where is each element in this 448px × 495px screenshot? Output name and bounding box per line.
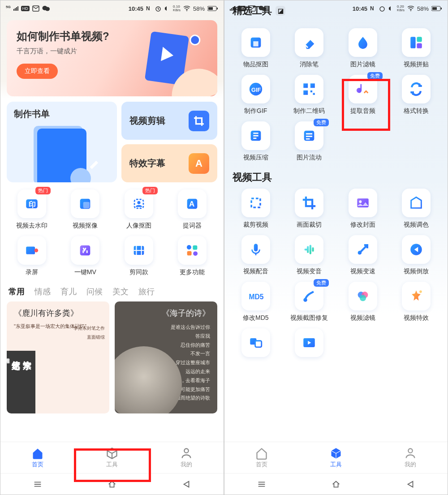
card-fx-subtitle[interactable]: 特效字幕 A bbox=[121, 144, 217, 182]
tool-drop[interactable]: 图片滤镜 bbox=[338, 28, 388, 69]
gif-icon: GIF bbox=[241, 75, 270, 103]
svg-rect-46 bbox=[313, 93, 315, 95]
pencil-icon bbox=[88, 158, 101, 171]
tool-trim[interactable]: 裁剪视频 bbox=[231, 189, 281, 229]
tool-crop[interactable]: 画面裁切 bbox=[284, 189, 335, 229]
battery-pct: 58% bbox=[193, 5, 205, 12]
tool-md5[interactable]: MD5修改MD5 bbox=[231, 282, 281, 322]
tool-cutout[interactable]: 视频抠像 bbox=[60, 189, 111, 230]
tool-label: 视频抠像 bbox=[73, 222, 98, 230]
tool-label: 画面裁切 bbox=[297, 221, 322, 229]
tool-flow[interactable]: 免费图片流动 bbox=[284, 121, 335, 162]
tool-mv[interactable]: 一键MV bbox=[60, 236, 111, 276]
nfc-icon: N bbox=[146, 5, 152, 12]
tool-compress[interactable]: 视频压缩 bbox=[231, 121, 281, 162]
tab-4[interactable]: 美文 bbox=[112, 286, 129, 297]
home-icon bbox=[31, 447, 44, 460]
tool-grid: 印热门视频去水印视频抠像热门人像抠图A提词器录屏一键MV剪同款更多功能 bbox=[7, 189, 217, 276]
nav-tools[interactable]: 工具 bbox=[299, 442, 373, 473]
cover-icon bbox=[349, 189, 377, 217]
content-card-poem[interactable]: 《海子的诗》 是谁这么告诉过你答应我忍住你的痛苦不发一言穿过这整座城市远远的走来… bbox=[115, 301, 217, 413]
cube-icon bbox=[330, 447, 342, 460]
svg-text:N: N bbox=[146, 5, 150, 12]
card-video-edit[interactable]: 视频剪辑 bbox=[121, 102, 217, 140]
nav-tools[interactable]: 工具 bbox=[75, 442, 149, 473]
tool-prompter[interactable]: A提词器 bbox=[168, 189, 218, 230]
svg-point-2 bbox=[45, 7, 50, 11]
record-icon bbox=[17, 236, 46, 265]
card-meta: 李沧东封笔之作 直面错综 bbox=[73, 324, 105, 342]
svg-rect-45 bbox=[310, 90, 312, 92]
speed-icon bbox=[349, 235, 377, 264]
tool-tint[interactable]: 视频调色 bbox=[392, 189, 442, 229]
tool-collage[interactable]: 视频拼贴 bbox=[392, 28, 442, 69]
tool-mic[interactable]: 视频配音 bbox=[231, 235, 281, 275]
nav-home[interactable]: 首页 bbox=[0, 442, 75, 473]
tool-cover[interactable]: 修改封面 bbox=[338, 189, 388, 229]
tool-convert[interactable]: 格式转换 bbox=[392, 75, 442, 115]
bottom-nav: 首页 工具 我的 bbox=[224, 442, 448, 473]
tool-label: 一键MV bbox=[74, 268, 96, 276]
bottom-nav: 首页 工具 我的 bbox=[0, 442, 224, 473]
tool-film[interactable]: 剪同款 bbox=[114, 236, 164, 276]
banner-cta[interactable]: 立即查看 bbox=[17, 64, 58, 79]
category-tabs: 常用情感育儿问候美文旅行 bbox=[9, 286, 215, 297]
nav-home[interactable]: 首页 bbox=[224, 442, 299, 473]
page-title-featured: 精选工具 ◪ bbox=[233, 4, 285, 17]
tool-qr[interactable]: 制作二维码 bbox=[284, 75, 335, 115]
tool-audio[interactable]: 免费提取音频 bbox=[338, 75, 388, 115]
back-icon[interactable] bbox=[181, 479, 192, 489]
tool-speed[interactable]: 视频变速 bbox=[338, 235, 388, 275]
tab-0[interactable]: 常用 bbox=[9, 286, 25, 297]
audio-icon: 免费 bbox=[349, 75, 377, 103]
content-card-book[interactable]: 《鹿川有许多粪》 "东亚叙事是一场宏大的集体记忆" 李沧东封笔之作 直面错综 李… bbox=[7, 301, 109, 413]
mv-icon bbox=[71, 236, 99, 265]
home-sys-icon[interactable] bbox=[106, 479, 118, 489]
tool-portrait[interactable]: 热门人像抠图 bbox=[114, 189, 164, 230]
tool-reverse[interactable]: 视频倒放 bbox=[392, 235, 442, 275]
svg-rect-52 bbox=[254, 244, 258, 251]
card-title: 《海子的诗》 bbox=[122, 308, 210, 319]
tool-voice[interactable]: 视频变音 bbox=[284, 235, 335, 275]
wifi-icon bbox=[183, 6, 190, 11]
voice-icon bbox=[295, 235, 323, 264]
svg-text:印: 印 bbox=[29, 201, 36, 208]
tool-watermark[interactable]: 印热门视频去水印 bbox=[7, 189, 57, 230]
home-sys-icon[interactable] bbox=[330, 479, 342, 489]
svg-rect-23 bbox=[187, 251, 192, 255]
tab-1[interactable]: 情感 bbox=[34, 286, 51, 297]
tool-vfx[interactable]: 视频特效 bbox=[392, 282, 442, 322]
svg-rect-34 bbox=[441, 8, 442, 9]
tool-box[interactable]: 物品抠图 bbox=[231, 28, 281, 69]
nav-mine[interactable]: 我的 bbox=[373, 442, 448, 473]
tab-5[interactable]: 旅行 bbox=[138, 286, 155, 297]
banner[interactable]: 如何制作书单视频? 千言万语，一键成片 立即查看 bbox=[7, 20, 217, 96]
tool-eraser[interactable]: 消除笔 bbox=[284, 28, 335, 69]
play2-icon bbox=[295, 328, 323, 357]
tool-vfilter[interactable]: 视频滤镜 bbox=[338, 282, 388, 322]
collage-icon bbox=[402, 28, 431, 57]
tab-3[interactable]: 问候 bbox=[86, 286, 103, 297]
tool-swap[interactable] bbox=[231, 328, 281, 361]
tool-gif[interactable]: GIF制作GIF bbox=[231, 75, 281, 115]
tool-more[interactable]: 更多功能 bbox=[168, 236, 218, 276]
nav-label: 我的 bbox=[181, 461, 192, 469]
menu-icon[interactable] bbox=[32, 479, 43, 489]
tool-repair[interactable]: 免费视频截图修复 bbox=[284, 282, 335, 322]
card-title: 特效字幕 bbox=[129, 157, 165, 169]
crop-icon bbox=[189, 111, 209, 131]
back-icon[interactable] bbox=[405, 479, 416, 489]
nav-mine[interactable]: 我的 bbox=[149, 442, 224, 473]
tool-label: 视频倒放 bbox=[404, 267, 429, 275]
alarm-icon bbox=[379, 5, 385, 12]
time: 10:45 bbox=[353, 5, 367, 12]
tab-2[interactable]: 育儿 bbox=[60, 286, 77, 297]
svg-point-5 bbox=[186, 10, 187, 11]
tool-label: 视频变音 bbox=[297, 267, 322, 275]
menu-icon[interactable] bbox=[256, 479, 267, 489]
mic-icon bbox=[241, 235, 270, 264]
tool-label: 制作GIF bbox=[244, 107, 267, 115]
tool-record[interactable]: 录屏 bbox=[7, 236, 57, 276]
card-make-list[interactable]: 制作书单 bbox=[7, 102, 117, 182]
tool-play2[interactable] bbox=[284, 328, 335, 361]
